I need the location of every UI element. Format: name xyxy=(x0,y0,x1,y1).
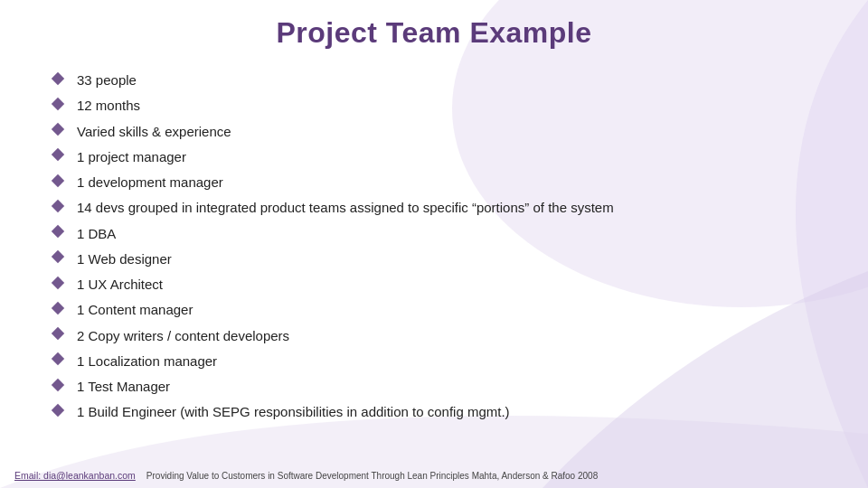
bullet-text: 1 Content manager xyxy=(77,301,193,319)
svg-marker-12 xyxy=(52,352,64,365)
bullet-item: 1 Test Manager xyxy=(50,374,814,399)
svg-marker-10 xyxy=(52,302,64,314)
main-content: 33 people 12 months Varied skills & expe… xyxy=(0,59,868,465)
footer-area: Email: dia@leankanban.com Providing Valu… xyxy=(0,465,868,488)
svg-marker-1 xyxy=(52,71,64,84)
bullet-text: 1 Test Manager xyxy=(77,378,170,396)
slide: Project Team Example 33 people 12 months… xyxy=(0,0,868,488)
bullet-item: 14 devs grouped in integrated product te… xyxy=(50,195,814,221)
bullet-text: 1 Build Engineer (with SEPG responsibili… xyxy=(77,403,510,421)
bullet-text: 1 development manager xyxy=(77,174,223,192)
title-area: Project Team Example xyxy=(0,0,868,59)
slide-title: Project Team Example xyxy=(18,16,850,50)
bullet-item: 1 Build Engineer (with SEPG responsibili… xyxy=(50,399,814,425)
bullet-item: 1 development manager xyxy=(50,170,814,195)
bullet-diamond-icon xyxy=(50,223,66,244)
svg-marker-9 xyxy=(52,276,64,288)
svg-marker-11 xyxy=(52,327,64,340)
bullet-text: 1 Web designer xyxy=(77,250,172,268)
bullet-diamond-icon xyxy=(50,249,66,269)
bullet-diamond-icon xyxy=(50,96,66,117)
bullet-item: 1 UX Architect xyxy=(50,272,814,297)
bullet-diamond-icon xyxy=(50,351,66,371)
bullet-diamond-icon xyxy=(50,121,66,142)
bullet-item: 1 Localization manager xyxy=(50,349,814,374)
bullet-diamond-icon xyxy=(50,198,66,219)
bullet-item: 12 months xyxy=(50,93,814,118)
footer-citation: Providing Value to Customers in Software… xyxy=(146,471,598,481)
bullet-item: 33 people xyxy=(50,68,814,93)
bullet-text: 2 Copy writers / content developers xyxy=(77,327,289,345)
bullet-item: 1 Web designer xyxy=(50,247,814,272)
bullet-list: 33 people 12 months Varied skills & expe… xyxy=(50,68,814,426)
bullet-item: 1 DBA xyxy=(50,221,814,247)
bullet-diamond-icon xyxy=(50,300,66,321)
bullet-item: 2 Copy writers / content developers xyxy=(50,324,814,349)
bullet-diamond-icon xyxy=(50,173,66,193)
bullet-item: 1 project manager xyxy=(50,145,814,170)
svg-marker-2 xyxy=(52,98,64,110)
bullet-item: Varied skills & experience xyxy=(50,119,814,145)
svg-marker-6 xyxy=(52,200,64,212)
bullet-text: 33 people xyxy=(77,71,137,89)
bullet-text: 1 project manager xyxy=(77,148,186,166)
svg-marker-13 xyxy=(52,378,64,390)
svg-marker-7 xyxy=(52,225,64,238)
bullet-text: 14 devs grouped in integrated product te… xyxy=(77,199,614,217)
svg-marker-5 xyxy=(52,174,64,186)
content-wrapper: Project Team Example 33 people 12 months… xyxy=(0,0,868,488)
bullet-text: 12 months xyxy=(77,97,140,115)
bullet-text: 1 DBA xyxy=(77,225,116,243)
bullet-diamond-icon xyxy=(50,275,66,296)
bullet-item: 1 Content manager xyxy=(50,297,814,323)
bullet-text: Varied skills & experience xyxy=(77,123,231,141)
svg-marker-3 xyxy=(52,123,64,136)
bullet-diamond-icon xyxy=(50,70,66,91)
bullet-diamond-icon xyxy=(50,377,66,398)
bullet-diamond-icon xyxy=(50,325,66,346)
svg-marker-4 xyxy=(52,148,64,161)
footer-email[interactable]: Email: dia@leankanban.com xyxy=(14,470,136,481)
svg-marker-14 xyxy=(52,404,64,417)
bullet-text: 1 Localization manager xyxy=(77,352,217,371)
bullet-diamond-icon xyxy=(50,402,66,423)
bullet-diamond-icon xyxy=(50,146,66,167)
svg-marker-8 xyxy=(52,250,64,263)
bullet-text: 1 UX Architect xyxy=(77,276,163,294)
